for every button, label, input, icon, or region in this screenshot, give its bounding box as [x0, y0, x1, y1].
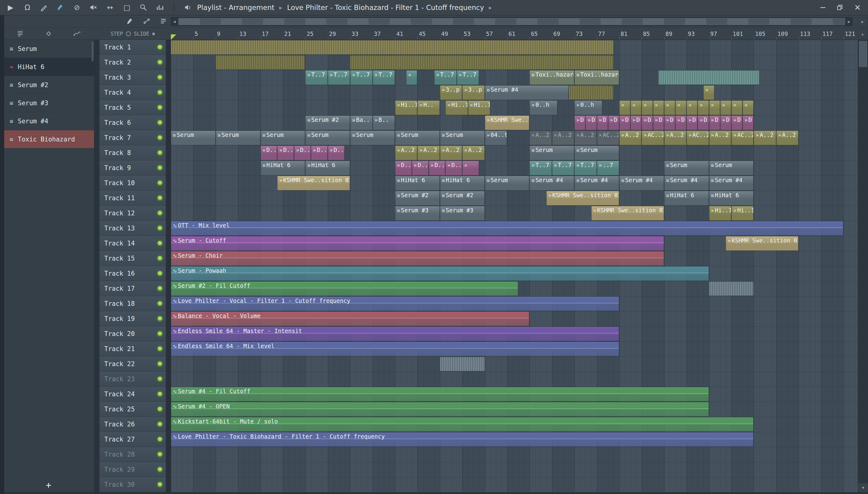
picker-item[interactable]: ≡Serum #2 [4, 76, 94, 94]
pattern-clip[interactable]: ≡Serum #2 [305, 115, 350, 130]
track-header[interactable]: Track 22 [99, 357, 166, 372]
pattern-clip[interactable]: »D.. [429, 161, 446, 175]
track-header[interactable]: Track 23 [99, 372, 166, 387]
automation-clip[interactable]: ∿Endless Smile 64 - Mix level [171, 342, 619, 356]
pattern-clip[interactable]: ≡Serum [395, 131, 440, 145]
pattern-clip[interactable]: »D.. [743, 115, 753, 130]
pattern-clip[interactable]: »T..7 [457, 70, 479, 85]
add-pattern-button[interactable]: + [46, 480, 51, 490]
pattern-clip[interactable]: ≡Toxi..hazard [530, 70, 574, 85]
track-mute-led[interactable] [158, 75, 162, 80]
track-header[interactable]: Track 6 [99, 115, 166, 130]
breadcrumb-segment[interactable]: Love Philter - Toxic Biohazard - Filter … [287, 4, 484, 12]
pattern-clip[interactable]: »A..2 [440, 146, 462, 160]
pattern-clip[interactable]: »D.. [311, 146, 328, 160]
automation-tab-icon[interactable] [45, 30, 53, 38]
pattern-clip[interactable]: »AC..2 [687, 131, 709, 145]
track-header[interactable]: Track 5 [99, 100, 166, 115]
track-mute-led[interactable] [158, 407, 162, 411]
automation-clip[interactable]: ∿Serum #4 - OPEN [171, 402, 709, 417]
pattern-clip[interactable]: ≡Serum [574, 146, 619, 160]
pattern-clip[interactable]: »D.. [698, 115, 709, 130]
track-mute-led[interactable] [158, 331, 162, 336]
track-mute-led[interactable] [158, 180, 162, 185]
picker-item[interactable]: ≡Serum [4, 40, 94, 58]
mute-tool-icon[interactable] [89, 3, 98, 12]
picker-item[interactable]: ≡Serum #3 [4, 94, 94, 112]
track-mute-led[interactable] [158, 422, 162, 426]
pattern-clip[interactable]: »A..2 [395, 146, 417, 160]
track-header[interactable]: Track 15 [99, 251, 166, 266]
scroll-up-button[interactable]: ▴ [858, 29, 867, 38]
track-header[interactable]: Track 16 [99, 266, 166, 281]
track-mute-led[interactable] [158, 377, 162, 381]
pattern-clip[interactable]: » [642, 100, 652, 115]
pattern-clip[interactable]: »KSHMR Swe..sition 03 [591, 206, 664, 221]
vertical-scrollbar[interactable]: ▾ [858, 40, 868, 492]
track-mute-led[interactable] [158, 346, 162, 351]
automation-clip[interactable]: ∿Serum - Powaah [171, 266, 709, 281]
pattern-clip[interactable]: ≡Serum #4 [619, 176, 664, 190]
headphones-icon[interactable]: Ω [23, 3, 32, 12]
pattern-clip[interactable]: »A..2 [462, 146, 484, 160]
automation-clip[interactable]: ∿Serum - Cutoff [171, 236, 664, 251]
pattern-clip[interactable]: » [653, 100, 664, 115]
picker-item[interactable]: ≡Toxic Biohazard [4, 130, 94, 148]
track-header[interactable]: Track 13 [99, 221, 166, 236]
pattern-clip[interactable]: »3..p [440, 86, 462, 100]
breadcrumb-segment[interactable]: Playlist - Arrangement [197, 4, 274, 12]
circle-slash-tool-icon[interactable]: ⊘ [72, 3, 81, 12]
pan-arrows-icon[interactable]: ↔ [105, 3, 115, 12]
pattern-clip[interactable]: »Hi..1 [468, 100, 490, 115]
track-mute-led[interactable] [158, 226, 162, 230]
vertical-scrollbar-thumb[interactable] [859, 41, 867, 67]
track-mute-led[interactable] [158, 316, 162, 321]
pattern-length-icon[interactable] [159, 17, 168, 26]
meter-icon[interactable] [156, 3, 164, 12]
timeline-scrollbar-thumb[interactable] [178, 18, 845, 25]
pattern-clip[interactable]: »0..h [530, 100, 557, 115]
pattern-clip[interactable]: »D.. [608, 115, 619, 130]
pattern-clip[interactable]: ≡Serum [261, 131, 305, 145]
pattern-clip[interactable]: »D.. [687, 115, 697, 130]
track-mute-led[interactable] [158, 90, 162, 95]
pattern-clip[interactable]: ≡Serum [530, 146, 574, 160]
pattern-clip[interactable]: ≡HiHat 6 [709, 191, 754, 205]
audio-clip[interactable] [350, 55, 613, 70]
pattern-clip[interactable]: ≡HiHat 6 [261, 161, 305, 175]
pattern-clip[interactable]: »3..p [462, 86, 484, 100]
pattern-clip[interactable]: »D.. [412, 161, 429, 175]
pattern-clip[interactable]: »T..7 [373, 70, 395, 85]
track-mute-led[interactable] [158, 135, 162, 140]
play-icon[interactable]: ▶ [6, 3, 15, 12]
pattern-clip[interactable]: »Hi..1 [709, 206, 731, 221]
pattern-clip[interactable]: ≡Ba.. [350, 115, 372, 130]
automation-clip[interactable]: ∿Balance - Vocal - Volume [171, 311, 529, 326]
slide-dot-icon[interactable] [152, 33, 155, 35]
audio-clip[interactable] [709, 281, 754, 296]
pattern-clip[interactable]: »KSHMR Swe..sition 03 [277, 176, 350, 190]
pattern-clip[interactable]: ≡Serum [440, 131, 485, 145]
pattern-clip[interactable]: »B.. [373, 115, 395, 130]
pattern-clip[interactable]: ≡Serum #3 [395, 206, 440, 221]
pattern-clip[interactable]: ≡Serum [305, 131, 350, 145]
pencil-tool-icon[interactable] [40, 3, 48, 12]
pattern-clip[interactable]: »Hi..1 [446, 100, 468, 115]
pattern-clip[interactable]: »T..7 [552, 161, 574, 175]
audio-clip[interactable] [440, 357, 485, 371]
pattern-clip[interactable]: » [731, 100, 742, 115]
scroll-left-icon[interactable]: ◂ [171, 19, 178, 24]
audio-clip[interactable] [569, 86, 614, 100]
pattern-clip[interactable]: » [687, 100, 697, 115]
pattern-clip[interactable]: »KSHMR Swe..sition 03 [547, 191, 619, 205]
pattern-clip[interactable]: »D.. [675, 115, 686, 130]
track-header[interactable]: Track 20 [99, 326, 166, 341]
pattern-clip[interactable]: »04..t [485, 131, 507, 145]
pattern-clip[interactable]: »D.. [731, 115, 742, 130]
pattern-clip[interactable]: »A..2 [664, 131, 686, 145]
pattern-clip[interactable]: » [709, 100, 720, 115]
scroll-right-icon[interactable]: ▸ [846, 19, 852, 24]
track-mute-led[interactable] [158, 452, 162, 457]
pattern-clip[interactable]: »Hi..1 [731, 206, 753, 221]
pattern-clip[interactable]: »D.. [709, 115, 720, 130]
